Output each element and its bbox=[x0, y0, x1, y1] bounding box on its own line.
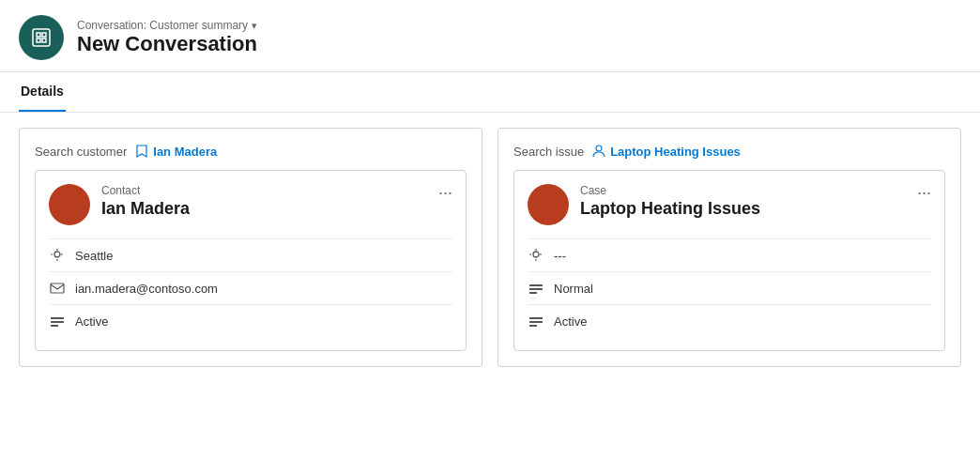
card-type: Contact bbox=[101, 184, 438, 197]
card-row-email: ian.madera@contoso.com bbox=[49, 271, 452, 304]
email-value: ian.madera@contoso.com bbox=[75, 282, 218, 296]
card-header: Contact Ian Madera ··· bbox=[49, 184, 452, 225]
header-subtitle[interactable]: Conversation: Customer summary ▾ bbox=[77, 19, 257, 32]
svg-rect-14 bbox=[529, 292, 537, 294]
svg-rect-1 bbox=[37, 33, 40, 37]
search-issue-label: Search issue bbox=[513, 145, 584, 159]
svg-rect-13 bbox=[529, 288, 543, 290]
svg-rect-6 bbox=[51, 283, 64, 293]
header-text: Conversation: Customer summary ▾ New Con… bbox=[77, 19, 257, 56]
issue-status-value: Active bbox=[554, 314, 587, 329]
issue-search-row: Search issue Laptop Heating Issues bbox=[513, 144, 945, 159]
email-icon bbox=[49, 280, 66, 297]
status-icon bbox=[49, 313, 66, 329]
card-more-button[interactable]: ··· bbox=[438, 184, 452, 201]
search-customer-label: Search customer bbox=[35, 145, 127, 159]
svg-rect-17 bbox=[529, 325, 537, 327]
customer-card: Contact Ian Madera ··· Seattle bbox=[35, 170, 467, 351]
svg-rect-15 bbox=[529, 317, 543, 319]
svg-rect-16 bbox=[529, 321, 543, 323]
svg-rect-0 bbox=[33, 29, 50, 46]
card-info: Contact Ian Madera bbox=[101, 184, 438, 219]
header: Conversation: Customer summary ▾ New Con… bbox=[0, 0, 980, 72]
right-panel: Search issue Laptop Heating Issues Case … bbox=[498, 128, 961, 367]
issue-card-row-status: Active bbox=[528, 304, 931, 337]
svg-rect-9 bbox=[51, 325, 58, 327]
bookmark-icon bbox=[134, 144, 149, 159]
app-icon bbox=[19, 15, 64, 60]
svg-rect-7 bbox=[51, 317, 64, 319]
svg-rect-2 bbox=[42, 33, 46, 37]
main-content: Search customer Ian Madera Contact Ian M… bbox=[0, 128, 980, 386]
location-icon bbox=[49, 247, 66, 264]
svg-point-10 bbox=[596, 146, 602, 151]
person-icon bbox=[591, 144, 606, 159]
card-row-location: Seattle bbox=[49, 238, 452, 271]
svg-rect-3 bbox=[37, 38, 40, 42]
priority-icon bbox=[528, 280, 544, 297]
svg-rect-4 bbox=[42, 38, 46, 42]
svg-rect-12 bbox=[529, 284, 543, 286]
issue-avatar bbox=[528, 184, 569, 225]
tab-details[interactable]: Details bbox=[19, 72, 66, 112]
search-issue-value[interactable]: Laptop Heating Issues bbox=[591, 144, 741, 159]
issue-card: Case Laptop Heating Issues ··· --- bbox=[513, 170, 945, 351]
issue-card-row-priority: Normal bbox=[528, 271, 931, 304]
card-name: Ian Madera bbox=[101, 199, 438, 219]
issue-location-icon bbox=[528, 247, 544, 264]
issue-status-icon bbox=[528, 313, 544, 329]
priority-value: Normal bbox=[554, 282, 593, 296]
customer-search-row: Search customer Ian Madera bbox=[35, 144, 467, 159]
issue-card-name: Laptop Heating Issues bbox=[580, 199, 917, 219]
tabs-bar: Details bbox=[0, 72, 980, 113]
card-row-status: Active bbox=[49, 304, 452, 337]
svg-point-5 bbox=[54, 252, 60, 257]
subtitle-text: Conversation: Customer summary bbox=[77, 19, 248, 32]
issue-card-more-button[interactable]: ··· bbox=[917, 184, 931, 201]
svg-point-11 bbox=[533, 252, 539, 257]
page-title: New Conversation bbox=[77, 32, 257, 56]
status-value: Active bbox=[75, 314, 108, 329]
location-value: Seattle bbox=[75, 249, 113, 263]
issue-card-type: Case bbox=[580, 184, 917, 197]
chevron-down-icon: ▾ bbox=[252, 20, 257, 32]
svg-rect-8 bbox=[51, 321, 64, 323]
avatar bbox=[49, 184, 90, 225]
search-customer-value[interactable]: Ian Madera bbox=[134, 144, 217, 159]
issue-location-value: --- bbox=[554, 249, 566, 263]
issue-card-info: Case Laptop Heating Issues bbox=[580, 184, 917, 219]
issue-card-header: Case Laptop Heating Issues ··· bbox=[528, 184, 931, 225]
left-panel: Search customer Ian Madera Contact Ian M… bbox=[19, 128, 482, 367]
issue-card-row-location: --- bbox=[528, 238, 931, 271]
